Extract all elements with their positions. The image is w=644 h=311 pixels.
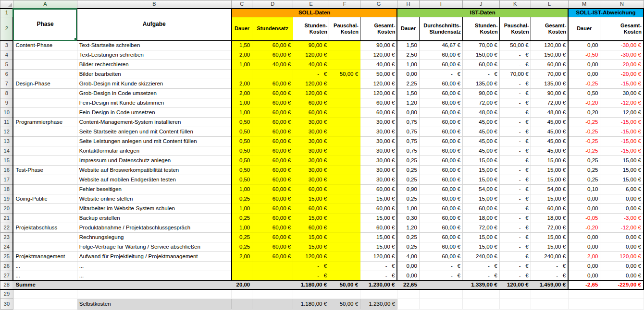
cell-J22[interactable]: 72,00 € xyxy=(462,223,499,233)
cell-H21[interactable]: 0,30 xyxy=(397,214,419,223)
cell-M19[interactable]: 0,00 xyxy=(568,194,600,204)
cell-J9[interactable]: 72,00 € xyxy=(462,98,499,108)
row-header-7[interactable]: 7 xyxy=(0,79,13,89)
cell-A13[interactable] xyxy=(13,137,77,146)
cell-A20[interactable] xyxy=(13,204,77,214)
cell-H11[interactable]: 0,75 xyxy=(397,118,419,127)
cell-G9[interactable]: 60,00 € xyxy=(360,98,397,108)
cell-G5[interactable]: 40,00 € xyxy=(360,60,397,70)
cell-E28[interactable]: 1.180,00 € xyxy=(293,281,329,289)
cell-C4[interactable]: 2,00 xyxy=(232,50,252,60)
cell-D7[interactable]: 60,00 € xyxy=(252,79,293,89)
row-header-18[interactable]: 18 xyxy=(0,185,13,194)
cell-L6[interactable]: 70,00 € xyxy=(531,70,568,79)
cell-I25[interactable]: 60,00 € xyxy=(419,252,462,262)
cell-N3[interactable]: -30,00 € xyxy=(600,41,644,50)
cell-L28[interactable]: 1.459,00 € xyxy=(531,281,568,289)
cell-H26[interactable]: 0,00 xyxy=(397,262,419,271)
cell-K5[interactable]: - € xyxy=(499,60,531,70)
cell-E15[interactable]: 30,00 € xyxy=(293,156,329,166)
cell-A30[interactable] xyxy=(13,299,77,310)
cell-C11[interactable]: 0,50 xyxy=(232,118,252,127)
cell-L20[interactable]: 60,00 € xyxy=(531,204,568,214)
cell-K4[interactable]: - € xyxy=(499,50,531,60)
cell-D17[interactable]: 60,00 € xyxy=(252,175,293,185)
cell-E30[interactable]: 1.180,00 € xyxy=(293,299,329,310)
cell-A19[interactable]: Going-Public xyxy=(13,194,77,204)
cell-E16[interactable]: 30,00 € xyxy=(293,166,329,175)
cell-M29[interactable] xyxy=(568,289,600,299)
cell-K20[interactable]: - € xyxy=(499,204,531,214)
cell-F24[interactable] xyxy=(329,242,360,252)
cell-C9[interactable]: 1,00 xyxy=(232,98,252,108)
cell-I21[interactable]: 60,00 € xyxy=(419,214,462,223)
cell-H17[interactable]: 0,25 xyxy=(397,175,419,185)
cell-I26[interactable]: - € xyxy=(419,262,462,271)
cell-M13[interactable]: -0,25 xyxy=(568,137,600,146)
cell-L22[interactable]: 72,00 € xyxy=(531,223,568,233)
cell-K24[interactable]: - € xyxy=(499,242,531,252)
cell-J29[interactable] xyxy=(462,289,499,299)
row-header-19[interactable]: 19 xyxy=(0,194,13,204)
cell-I24[interactable]: 60,00 € xyxy=(419,242,462,252)
cell-F11[interactable] xyxy=(329,118,360,127)
cell-D8[interactable]: 60,00 € xyxy=(252,89,293,98)
cell-J7[interactable]: 135,00 € xyxy=(462,79,499,89)
cell-K6[interactable]: 70,00 € xyxy=(499,70,531,79)
column-header-D[interactable]: D xyxy=(252,0,293,9)
cell-B12[interactable]: Seite Startseite anlegen und mit Content… xyxy=(77,127,232,137)
cell-A8[interactable] xyxy=(13,89,77,98)
column-header-F[interactable]: F xyxy=(329,0,360,9)
cell-K25[interactable]: - € xyxy=(499,252,531,262)
cell-F30[interactable]: 50,00 € xyxy=(329,299,360,310)
cell-G30[interactable]: 1.230,00 € xyxy=(360,299,397,310)
cell-J6[interactable]: - € xyxy=(462,70,499,79)
cell-C20[interactable]: 1,00 xyxy=(232,204,252,214)
cell-L27[interactable]: - € xyxy=(531,271,568,281)
cell-K17[interactable]: - € xyxy=(499,175,531,185)
select-all-corner[interactable] xyxy=(0,0,13,9)
cell-B25[interactable]: Aufwand für Projektleitung / Projektmana… xyxy=(77,252,232,262)
cell-M7[interactable]: -0,25 xyxy=(568,79,600,89)
cell-I8[interactable]: 60,00 € xyxy=(419,89,462,98)
cell-B9[interactable]: Fein-Design mit Kunde abstimmen xyxy=(77,98,232,108)
cell-K13[interactable]: - € xyxy=(499,137,531,146)
cell-I3[interactable]: 46,67 € xyxy=(419,41,462,50)
column-header-E[interactable]: E xyxy=(293,0,329,9)
subheader-K[interactable]: Pauschal- Kosten xyxy=(499,17,531,41)
cell-G18[interactable]: 60,00 € xyxy=(360,185,397,194)
cell-L11[interactable]: 45,00 € xyxy=(531,118,568,127)
cell-B28[interactable] xyxy=(77,281,232,289)
cell-L30[interactable] xyxy=(531,299,568,310)
cell-K30[interactable] xyxy=(499,299,531,310)
cell-B18[interactable]: Fehler beseitigen xyxy=(77,185,232,194)
row-header-8[interactable]: 8 xyxy=(0,89,13,98)
cell-K19[interactable]: - € xyxy=(499,194,531,204)
cell-M23[interactable]: 0,00 xyxy=(568,233,600,242)
cell-M21[interactable]: -0,05 xyxy=(568,214,600,223)
cell-A16[interactable]: Test-Phase xyxy=(13,166,77,175)
cell-G23[interactable]: 15,00 € xyxy=(360,233,397,242)
cell-J14[interactable]: 45,00 € xyxy=(462,146,499,156)
cell-A4[interactable] xyxy=(13,50,77,60)
cell-I14[interactable]: 60,00 € xyxy=(419,146,462,156)
cell-B11[interactable]: Content-Management-System installieren xyxy=(77,118,232,127)
cell-L24[interactable]: 15,00 € xyxy=(531,242,568,252)
cell-C13[interactable]: 0,50 xyxy=(232,137,252,146)
cell-J26[interactable]: - € xyxy=(462,262,499,271)
cell-L15[interactable]: 15,00 € xyxy=(531,156,568,166)
row-header-12[interactable]: 12 xyxy=(0,127,13,137)
cell-H8[interactable]: 1,50 xyxy=(397,89,419,98)
cell-N24[interactable]: 0,00 € xyxy=(600,242,644,252)
cell-N28[interactable]: -229,00 € xyxy=(600,281,644,289)
cell-H18[interactable]: 0,90 xyxy=(397,185,419,194)
cell-F28[interactable]: 50,00 € xyxy=(329,281,360,289)
cell-L5[interactable]: 60,00 € xyxy=(531,60,568,70)
column-header-B[interactable]: B xyxy=(77,0,232,9)
column-header-L[interactable]: L xyxy=(531,0,568,9)
column-header-I[interactable]: I xyxy=(419,0,462,9)
cell-D26[interactable] xyxy=(252,262,293,271)
cell-G10[interactable]: 60,00 € xyxy=(360,108,397,118)
cell-G22[interactable]: 60,00 € xyxy=(360,223,397,233)
cell-H3[interactable]: 1,50 xyxy=(397,41,419,50)
